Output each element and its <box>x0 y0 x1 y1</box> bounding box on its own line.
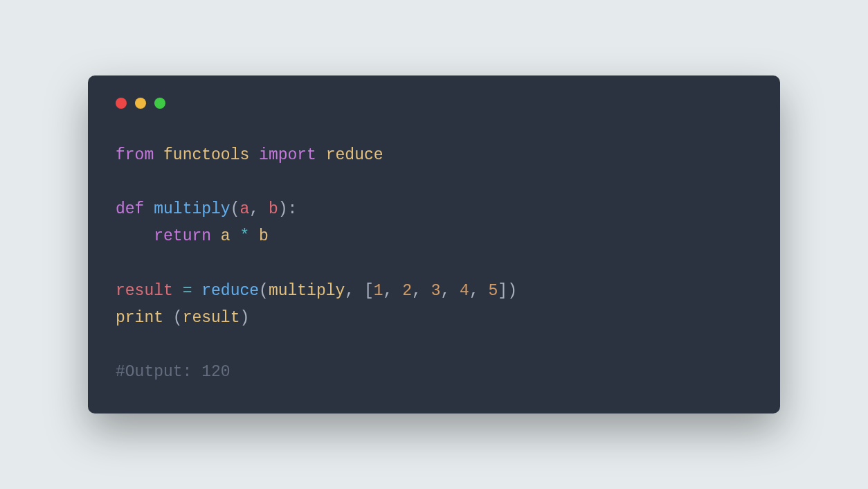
code-line: result = reduce(multiply, [1, 2, 3, 4, 5… <box>116 282 517 300</box>
token-keyword: import <box>259 146 316 164</box>
token-punct: ( <box>259 282 269 300</box>
token-operator: = <box>183 282 192 300</box>
token-punct: [ <box>364 282 374 300</box>
token-identifier: result <box>116 282 173 300</box>
token-identifier: reduce <box>326 146 383 164</box>
minimize-icon[interactable] <box>135 98 146 109</box>
code-line: from functools import reduce <box>116 146 383 164</box>
code-line: return a * b <box>116 227 269 245</box>
code-line: #Output: 120 <box>116 363 230 381</box>
token-comment: #Output: 120 <box>116 363 230 381</box>
token-punct: , <box>440 282 450 300</box>
token-number: 5 <box>489 282 498 300</box>
code-line: print (result) <box>116 309 249 327</box>
token-keyword: def <box>116 200 144 218</box>
token-number: 1 <box>374 282 383 300</box>
token-builtin: print <box>116 309 163 327</box>
token-punct: , <box>249 200 259 218</box>
code-line: def multiply(a, b): <box>116 200 297 218</box>
token-punct: , <box>383 282 393 300</box>
token-punct: ( <box>230 200 240 218</box>
token-function: reduce <box>201 282 259 300</box>
token-punct: , <box>412 282 422 300</box>
token-number: 3 <box>431 282 441 300</box>
close-icon[interactable] <box>116 98 127 109</box>
token-param: a <box>239 200 249 218</box>
token-punct: ) <box>239 309 249 327</box>
token-keyword: from <box>116 146 154 164</box>
code-window: from functools import reduce def multipl… <box>88 75 780 414</box>
token-identifier: b <box>259 227 269 245</box>
token-punct: , <box>469 282 479 300</box>
token-module: functools <box>163 146 249 164</box>
token-identifier: result <box>183 309 240 327</box>
token-operator: * <box>239 227 249 245</box>
token-identifier: multiply <box>269 282 345 300</box>
token-keyword: return <box>154 227 211 245</box>
token-number: 4 <box>460 282 469 300</box>
token-punct: ]) <box>498 282 517 300</box>
token-identifier: a <box>221 227 230 245</box>
code-content: from functools import reduce def multipl… <box>116 142 752 386</box>
token-punct: ( <box>173 309 183 327</box>
token-number: 2 <box>402 282 412 300</box>
token-punct: , <box>345 282 354 300</box>
traffic-lights <box>116 98 752 109</box>
token-function: multiply <box>154 200 230 218</box>
token-punct: ): <box>278 200 298 218</box>
token-param: b <box>269 200 278 218</box>
maximize-icon[interactable] <box>154 98 165 109</box>
